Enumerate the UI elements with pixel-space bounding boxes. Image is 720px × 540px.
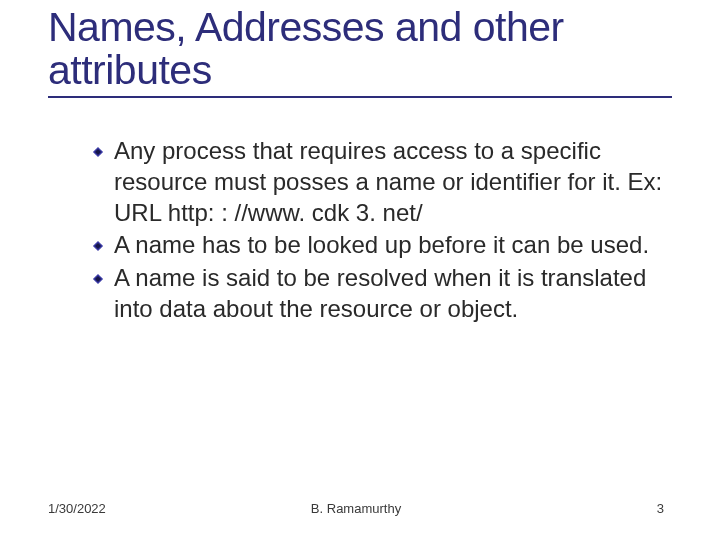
footer-page-number: 3: [657, 501, 664, 516]
slide: Names, Addresses and other attributes An…: [0, 0, 720, 540]
title-underline: [48, 96, 672, 98]
bullet-list: Any process that requires access to a sp…: [48, 136, 672, 324]
list-item: A name has to be looked up before it can…: [98, 230, 672, 261]
slide-footer: 1/30/2022 B. Ramamurthy 3: [48, 501, 664, 516]
slide-title: Names, Addresses and other attributes: [48, 6, 672, 92]
diamond-bullet-icon: [92, 146, 104, 158]
diamond-bullet-icon: [92, 273, 104, 285]
list-item: Any process that requires access to a sp…: [98, 136, 672, 228]
bullet-text: Any process that requires access to a sp…: [114, 137, 662, 225]
diamond-bullet-icon: [92, 240, 104, 252]
footer-date: 1/30/2022: [48, 501, 106, 516]
bullet-text: A name is said to be resolved when it is…: [114, 264, 646, 322]
list-item: A name is said to be resolved when it is…: [98, 263, 672, 324]
bullet-text: A name has to be looked up before it can…: [114, 231, 649, 258]
footer-author: B. Ramamurthy: [311, 501, 401, 516]
